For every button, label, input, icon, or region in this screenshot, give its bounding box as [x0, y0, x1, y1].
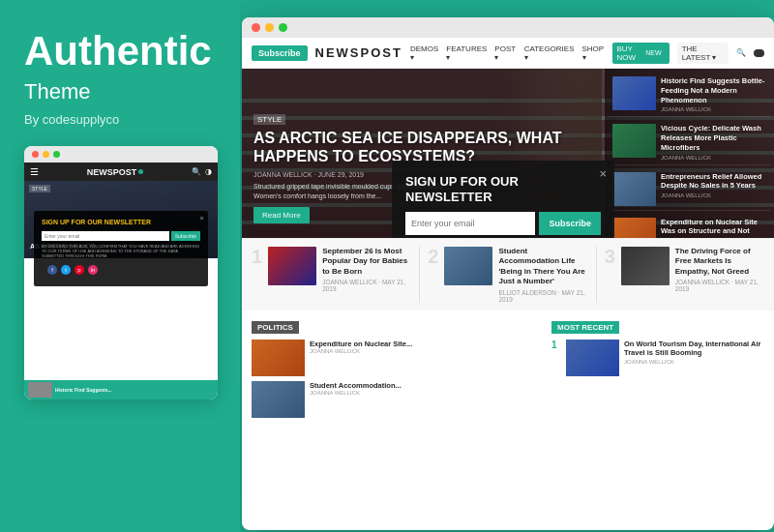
mini-nav: ☰ NEWSPOST 🔍 ◑: [24, 163, 218, 181]
article-author-1: JOANNA WELLICK · MAY 21, 2019: [322, 279, 411, 292]
sidebar-title-4: Expenditure on Nuclear Site Was on Struc…: [661, 218, 766, 239]
politics-thumb-2: [252, 381, 305, 418]
sidebar-author-3: JOANNA WELLICK: [661, 192, 766, 198]
nav-demos[interactable]: DEMOS ▾: [410, 44, 438, 62]
newsletter-popup: × SIGN UP FOR OUR NEWSLETTER Subscribe B…: [392, 161, 614, 238]
sidebar-text-2: Vicious Cycle: Delicate Wash Releases Mo…: [661, 124, 766, 160]
sidebar-thumb-1: [612, 76, 656, 110]
politics-label: POLITICS: [252, 321, 299, 334]
article-item-2: 2 Student Accommodation Life 'Being in T…: [428, 247, 587, 303]
hero-sidebar: Historic Find Suggests Bottle-Feeding No…: [605, 69, 774, 238]
right-browser: Subscribe NEWSPOST DEMOS ▾ FEATURES ▾ PO…: [242, 17, 774, 530]
article-title-2: Student Accommodation Life 'Being in The…: [498, 247, 587, 287]
politics-author-2: JOANNA WELLICK: [310, 390, 542, 396]
nav-items: DEMOS ▾ FEATURES ▾ POST ▾ CATEGORIES ▾ S…: [410, 43, 764, 64]
hero-section: STYLE AS ARCTIC SEA ICE DISAPPEARS, WHAT…: [242, 69, 774, 238]
mini-newsletter-close-button[interactable]: ×: [199, 214, 204, 222]
politics-title-2: Student Accommodation...: [310, 381, 542, 391]
article-title-3: The Driving Force of Free Markets Is Emp…: [675, 247, 764, 277]
mini-dot-red: [32, 151, 39, 158]
politics-text-1: Expenditure on Nuclear Site... JOANNA WE…: [310, 340, 542, 355]
mini-bottom-title: Historic Find Suggests...: [55, 387, 112, 393]
most-recent-author-1: JOANNA WELLICK: [624, 359, 764, 365]
subscribe-button[interactable]: Subscribe: [252, 45, 308, 61]
nav-features[interactable]: FEATURES ▾: [446, 44, 487, 62]
nav-post[interactable]: POST ▾: [494, 44, 516, 62]
nav-search-icon[interactable]: 🔍: [736, 48, 746, 57]
sidebar-text-4: Expenditure on Nuclear Site Was on Struc…: [661, 218, 766, 239]
mini-bottom-thumb: [28, 382, 52, 398]
most-recent-section: MOST RECENT 1 On World Tourism Day, Inte…: [551, 316, 764, 418]
nav-dark-mode-toggle[interactable]: [754, 49, 764, 57]
read-more-button[interactable]: Read More: [253, 207, 310, 223]
politics-thumb-1: [252, 340, 305, 376]
article-content-1: September 26 Is Most Popular Day for Bab…: [322, 247, 411, 292]
mini-moon-icon: ◑: [205, 167, 212, 176]
most-recent-label: MOST RECENT: [551, 321, 619, 334]
mini-style-label: STYLE: [29, 185, 50, 192]
mini-subscribe-button[interactable]: Subscribe: [171, 231, 200, 241]
politics-author-1: JOANNA WELLICK: [310, 348, 542, 354]
politics-section: POLITICS Expenditure on Nuclear Site... …: [252, 316, 542, 418]
mini-nav-icons: 🔍 ◑: [192, 167, 212, 176]
nav-buy-now[interactable]: BUY NOW NEW: [612, 43, 670, 64]
article-item-3: 3 The Driving Force of Free Markets Is E…: [605, 247, 764, 303]
sidebar-thumb-2: [612, 124, 656, 158]
sidebar-text-1: Historic Find Suggests Bottle-Feeding No…: [661, 76, 766, 112]
mini-logo-dot: [138, 169, 143, 174]
nav-latest[interactable]: THE LATEST ▾: [677, 43, 729, 64]
mini-browser: ☰ NEWSPOST 🔍 ◑ STYLE AS ARCTIC SEA ICE..…: [24, 146, 218, 399]
politics-articles: Expenditure on Nuclear Site... JOANNA WE…: [252, 340, 542, 418]
mini-pinterest-icon[interactable]: p: [74, 265, 84, 275]
newsletter-close-button[interactable]: ×: [599, 166, 607, 181]
article-num-3: 3: [605, 247, 615, 266]
mini-twitter-icon[interactable]: t: [61, 265, 71, 275]
browser-dot-green: [279, 23, 287, 32]
nav-shop[interactable]: SHOP ▾: [582, 44, 605, 62]
most-recent-title-1: On World Tourism Day, International Air …: [624, 340, 764, 359]
new-badge: NEW: [642, 48, 664, 57]
mini-content: ☰ NEWSPOST 🔍 ◑ STYLE AS ARCTIC SEA ICE..…: [24, 163, 218, 399]
politics-title-1: Expenditure on Nuclear Site...: [310, 340, 542, 349]
article-item-1: 1 September 26 Is Most Popular Day for B…: [252, 247, 411, 303]
mini-newsletter-popup: × SIGN UP FOR OUR NEWSLETTER Subscribe B…: [34, 211, 208, 286]
mini-email-input[interactable]: [42, 231, 169, 241]
sidebar-title-1: Historic Find Suggests Bottle-Feeding No…: [661, 76, 766, 104]
newsletter-subscribe-button[interactable]: Subscribe: [539, 212, 601, 235]
sidebar-article-1: Historic Find Suggests Bottle-Feeding No…: [609, 73, 770, 117]
theme-title: Authentic: [24, 29, 216, 74]
article-title-1: September 26 Is Most Popular Day for Bab…: [322, 247, 411, 277]
articles-row: 1 September 26 Is Most Popular Day for B…: [242, 238, 774, 310]
theme-author: By codesupplyco: [24, 112, 216, 127]
sidebar-thumb-3: [612, 172, 656, 206]
article-content-2: Student Accommodation Life 'Being in The…: [498, 247, 587, 303]
sidebar-article-4: Expenditure on Nuclear Site Was on Struc…: [609, 214, 770, 239]
mini-facebook-icon[interactable]: f: [47, 265, 57, 275]
bottom-sections: POLITICS Expenditure on Nuclear Site... …: [242, 310, 774, 424]
most-recent-thumb-1: [566, 340, 619, 376]
mini-search-icon: 🔍: [192, 167, 201, 176]
browser-bar: [242, 17, 774, 38]
mini-dot-green: [53, 151, 60, 158]
article-num-1: 1: [252, 247, 262, 266]
mini-social-icons: f t p in: [42, 261, 200, 279]
nav-categories[interactable]: CATEGORIES ▾: [524, 44, 575, 62]
article-divider-1: [419, 247, 420, 303]
article-thumb-3: [621, 247, 670, 285]
main-nav: Subscribe NEWSPOST DEMOS ▾ FEATURES ▾ PO…: [242, 38, 774, 69]
sidebar-thumb-4: [612, 218, 656, 239]
article-thumb-2: [444, 247, 492, 285]
browser-dot-red: [252, 23, 260, 32]
newsletter-email-input[interactable]: [405, 212, 535, 235]
browser-dot-yellow: [265, 23, 274, 32]
mini-footer-area: Historic Find Suggests...: [24, 380, 218, 399]
site-logo: NEWSPOST: [315, 45, 402, 60]
sidebar-title-3: Entrepreneurs Relief Allowed Despite No …: [661, 172, 766, 192]
article-author-3: JOANNA WELLICK · MAY 21, 2019: [675, 279, 764, 292]
mini-hamburger-icon: ☰: [30, 166, 39, 177]
mini-newsletter-title: SIGN UP FOR OUR NEWSLETTER: [42, 219, 200, 226]
mini-instagram-icon[interactable]: in: [88, 265, 98, 275]
sidebar-author-1: JOANNA WELLICK: [661, 106, 766, 112]
mini-newsletter-input-row: Subscribe: [42, 231, 200, 241]
article-author-2: ELLIOT ALDERSON · MAY 21, 2019: [498, 289, 587, 303]
